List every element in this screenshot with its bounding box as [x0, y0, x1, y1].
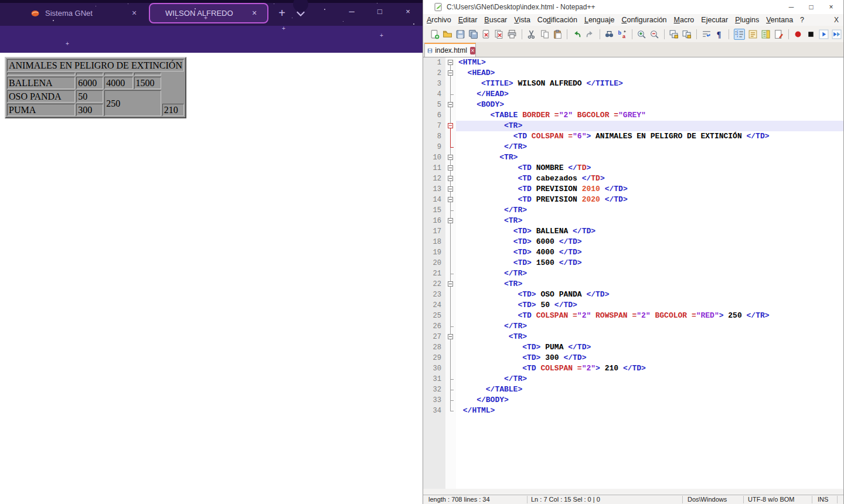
code-line-15[interactable]: 15 </TR>: [423, 205, 843, 216]
save-all-icon[interactable]: [468, 29, 478, 40]
code-line-1[interactable]: 1<HTML>: [423, 57, 843, 68]
code-line-32[interactable]: 32 </TABLE>: [423, 384, 843, 395]
indent-guide-icon[interactable]: [734, 29, 745, 40]
save-icon[interactable]: [455, 29, 465, 40]
show-all-chars-icon[interactable]: ¶: [714, 29, 724, 40]
fold-collapse-box[interactable]: [448, 176, 453, 181]
close-all-docs-icon[interactable]: [494, 29, 504, 40]
code-line-9[interactable]: 9 </TR>: [423, 142, 843, 152]
fold-collapse-box[interactable]: [448, 197, 453, 202]
menu-item-vista[interactable]: Vista: [511, 14, 534, 26]
code-line-23[interactable]: 23 <TD> OSO PANDA </TD>: [423, 290, 843, 300]
cut-icon[interactable]: [526, 29, 536, 40]
code-line-8[interactable]: 8 <TD COLSPAN ="6"> ANIMALES EN PELIGRO …: [423, 131, 843, 142]
code-line-22[interactable]: 22 <TR>: [423, 279, 843, 290]
new-file-icon[interactable]: [430, 29, 440, 40]
code-line-5[interactable]: 5 <BODY>: [423, 100, 843, 110]
macro-stop-icon[interactable]: [806, 29, 816, 40]
fold-collapse-box[interactable]: [448, 334, 453, 339]
tab-index-html[interactable]: index.html ×: [424, 43, 476, 57]
menu-item-ejecutar[interactable]: Ejecutar: [697, 14, 731, 26]
macro-record-icon[interactable]: [793, 29, 803, 40]
code-line-26[interactable]: 26 </TR>: [423, 321, 843, 332]
word-wrap-icon[interactable]: [701, 29, 711, 40]
close-button[interactable]: ×: [821, 0, 841, 14]
close-doc-icon[interactable]: [481, 29, 491, 40]
code-line-18[interactable]: 18 <TD> 6000 </TD>: [423, 237, 843, 247]
fold-collapse-box[interactable]: [448, 281, 453, 287]
fold-collapse-box[interactable]: [448, 165, 453, 171]
zoom-in-icon[interactable]: [637, 29, 646, 40]
tab-list-chevron-icon[interactable]: [295, 8, 307, 18]
menu-item-lenguaje[interactable]: Lenguaje: [581, 14, 618, 26]
menu-item-archivo[interactable]: Archivo: [423, 14, 455, 26]
code-line-34[interactable]: 34 </HTML>: [423, 406, 843, 416]
menu-item-buscar[interactable]: Buscar: [481, 14, 511, 26]
code-line-24[interactable]: 24 <TD> 50 </TD>: [423, 300, 843, 311]
code-line-3[interactable]: 3 <TITLE> WILSON ALFREDO </TITLE>: [423, 79, 843, 89]
copy-icon[interactable]: [540, 29, 550, 40]
menu-item-plugins[interactable]: Plugins: [731, 14, 763, 26]
redo-icon[interactable]: [585, 29, 595, 40]
code-line-20[interactable]: 20 <TD> 1500 </TD>: [423, 258, 843, 268]
sync-vertical-icon[interactable]: [669, 29, 679, 40]
code-line-27[interactable]: 27 <TR>: [423, 332, 843, 342]
fold-collapse-box[interactable]: [448, 186, 453, 192]
code-line-16[interactable]: 16 <TR>: [423, 216, 843, 226]
fold-collapse-box[interactable]: [448, 70, 453, 76]
code-line-6[interactable]: 6 <TABLE BORDER ="2" BGCOLOR ="GREY": [423, 110, 843, 121]
tab-close-icon[interactable]: ×: [132, 8, 137, 19]
code-line-33[interactable]: 33 </BODY>: [423, 395, 843, 406]
document-map-icon[interactable]: [761, 29, 771, 40]
zoom-out-icon[interactable]: [649, 29, 659, 40]
find-icon[interactable]: [604, 29, 614, 40]
close-button[interactable]: ×: [398, 0, 418, 23]
new-tab-button[interactable]: +: [274, 6, 290, 21]
menu-item-ventana[interactable]: Ventana: [763, 14, 797, 26]
code-line-30[interactable]: 30 <TD COLSPAN ="2"> 210 </TD>: [423, 363, 843, 374]
code-line-19[interactable]: 19 <TD> 4000 </TD>: [423, 247, 843, 258]
tab-wilson-alfredo[interactable]: WILSON ALFREDO ×: [149, 3, 268, 23]
code-line-10[interactable]: 10 <TR>: [423, 152, 843, 163]
sync-horizontal-icon[interactable]: [682, 29, 692, 40]
paste-icon[interactable]: [553, 29, 563, 40]
tab-sistema-gnet[interactable]: Sistema GNet ×: [21, 3, 144, 23]
fold-collapse-box[interactable]: [448, 60, 453, 65]
undo-icon[interactable]: [572, 29, 582, 40]
minimize-button[interactable]: ─: [342, 0, 362, 23]
code-line-2[interactable]: 2 <HEAD>: [423, 68, 843, 79]
code-line-12[interactable]: 12 <TD cabezados </TD>: [423, 173, 843, 184]
replace-icon[interactable]: ba: [617, 29, 627, 40]
minimize-button[interactable]: ─: [781, 0, 801, 14]
menu-item-codificacin[interactable]: Codificación: [534, 14, 581, 26]
code-line-21[interactable]: 21 </TR>: [423, 268, 843, 279]
code-line-7[interactable]: 7 <TR>: [423, 121, 843, 131]
menu-item-?[interactable]: ?: [797, 14, 808, 26]
fold-collapse-box[interactable]: [448, 218, 453, 223]
doc-switcher-icon[interactable]: [774, 29, 784, 40]
code-line-11[interactable]: 11 <TD NOMBRE </TD>: [423, 163, 843, 173]
code-line-4[interactable]: 4 </HEAD>: [423, 89, 843, 100]
function-list-icon[interactable]: [748, 29, 758, 40]
maximize-button[interactable]: □: [801, 0, 821, 14]
menu-item-configuracin[interactable]: Configuración: [618, 14, 670, 26]
code-line-28[interactable]: 28 <TD> PUMA </TD>: [423, 342, 843, 353]
code-line-14[interactable]: 14 <TD PREVISION 2020 </TD>: [423, 195, 843, 205]
menu-item-editar[interactable]: Editar: [455, 14, 481, 26]
code-line-29[interactable]: 29 <TD> 300 </TD>: [423, 353, 843, 363]
code-line-17[interactable]: 17 <TD> BALLENA </TD>: [423, 226, 843, 237]
fold-collapse-box[interactable]: [448, 155, 453, 160]
macro-play-multi-icon[interactable]: [832, 29, 842, 40]
tab-close-icon[interactable]: ×: [252, 8, 257, 19]
fold-collapse-box[interactable]: [448, 123, 453, 128]
code-line-31[interactable]: 31 </TR>: [423, 374, 843, 384]
close-document-x[interactable]: X: [834, 14, 839, 26]
print-icon[interactable]: [507, 29, 517, 40]
menu-item-macro[interactable]: Macro: [671, 14, 698, 26]
macro-play-icon[interactable]: [819, 29, 829, 40]
fold-collapse-box[interactable]: [448, 102, 453, 107]
code-editor[interactable]: 1<HTML>2 <HEAD>3 <TITLE> WILSON ALFREDO …: [423, 57, 843, 489]
tab-close-icon[interactable]: ×: [470, 47, 475, 55]
maximize-button[interactable]: □: [370, 0, 390, 23]
code-line-25[interactable]: 25 <TD COLSPAN ="2" ROWSPAN ="2" BGCOLOR…: [423, 311, 843, 321]
